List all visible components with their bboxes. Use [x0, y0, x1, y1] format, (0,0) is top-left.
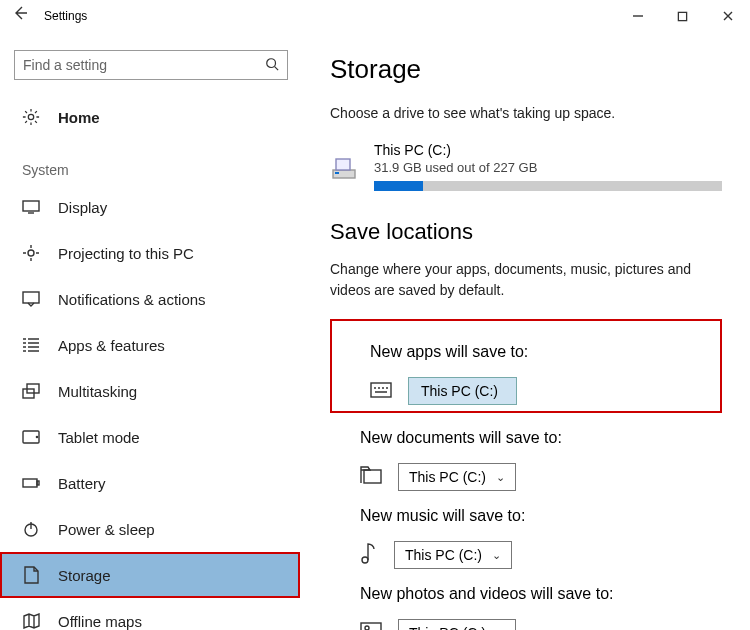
sidebar-item-multitasking[interactable]: Multitasking	[0, 368, 300, 414]
search-placeholder: Find a setting	[23, 57, 265, 73]
sidebar-item-tablet[interactable]: Tablet mode	[0, 414, 300, 460]
chevron-down-icon: ⌄	[492, 549, 501, 562]
window-title: Settings	[40, 9, 615, 23]
sidebar-item-label: Tablet mode	[58, 429, 140, 446]
sidebar-item-label: Multitasking	[58, 383, 137, 400]
minimize-button[interactable]	[615, 0, 660, 32]
save-prompt: Change where your apps, documents, music…	[330, 259, 722, 301]
music-save-dropdown[interactable]: This PC (C:) ⌄	[394, 541, 512, 569]
apps-icon	[370, 380, 392, 402]
sidebar-item-maps[interactable]: Offline maps	[0, 598, 300, 630]
maximize-button[interactable]	[660, 0, 705, 32]
page-title: Storage	[330, 54, 722, 85]
music-save-value: This PC (C:)	[405, 547, 482, 563]
sidebar-item-display[interactable]: Display	[0, 184, 300, 230]
drive-usage: 31.9 GB used out of 227 GB	[374, 160, 722, 175]
sidebar-item-label: Notifications & actions	[58, 291, 206, 308]
sidebar-item-label: Apps & features	[58, 337, 165, 354]
documents-icon	[360, 466, 382, 488]
svg-point-18	[362, 557, 368, 563]
home-nav[interactable]: Home	[0, 94, 300, 140]
drive-icon	[330, 153, 358, 181]
close-button[interactable]	[705, 0, 750, 32]
sidebar-item-label: Display	[58, 199, 107, 216]
window-buttons	[615, 0, 750, 32]
svg-rect-15	[335, 172, 339, 174]
multitasking-icon	[22, 382, 40, 400]
svg-rect-3	[23, 201, 39, 211]
save-heading: Save locations	[330, 219, 722, 245]
projecting-icon	[22, 244, 40, 262]
search-icon	[265, 57, 279, 74]
main-pane: Storage Choose a drive to see what's tak…	[300, 32, 750, 630]
photos-save-value: This PC (C:)	[409, 625, 486, 630]
svg-rect-19	[361, 623, 381, 630]
docs-save-value: This PC (C:)	[409, 469, 486, 485]
sidebar-item-notifications[interactable]: Notifications & actions	[0, 276, 300, 322]
sidebar-item-label: Storage	[58, 567, 111, 584]
battery-icon	[22, 474, 40, 492]
svg-point-2	[28, 114, 33, 119]
music-save-group: New music will save to: This PC (C:) ⌄	[330, 507, 722, 569]
home-label: Home	[58, 109, 100, 126]
music-save-label: New music will save to:	[360, 507, 722, 525]
chevron-down-icon: ⌄	[496, 627, 505, 631]
music-icon	[360, 542, 378, 568]
chevron-down-icon: ⌄	[496, 471, 505, 484]
svg-point-1	[267, 58, 276, 67]
sidebar-item-apps[interactable]: Apps & features	[0, 322, 300, 368]
drive-usage-bar	[374, 181, 722, 191]
apps-save-group: New apps will save to: This PC (C:)	[330, 319, 722, 413]
apps-save-value: This PC (C:)	[421, 383, 498, 399]
drive-usage-fill	[374, 181, 423, 191]
docs-save-group: New documents will save to: This PC (C:)…	[330, 429, 722, 491]
svg-rect-11	[37, 481, 39, 485]
svg-rect-10	[23, 479, 37, 487]
back-button[interactable]	[0, 0, 40, 32]
section-label: System	[0, 140, 300, 184]
display-icon	[22, 198, 40, 216]
photos-save-dropdown[interactable]: This PC (C:) ⌄	[398, 619, 516, 630]
sidebar: Find a setting Home System Display Proje…	[0, 32, 300, 630]
apps-icon	[22, 336, 40, 354]
sidebar-item-projecting[interactable]: Projecting to this PC	[0, 230, 300, 276]
svg-point-9	[36, 436, 37, 437]
svg-rect-5	[23, 292, 39, 303]
photos-icon	[360, 622, 382, 630]
storage-icon	[22, 566, 40, 584]
drive-prompt: Choose a drive to see what's taking up s…	[330, 103, 722, 124]
notifications-icon	[22, 290, 40, 308]
sidebar-item-label: Projecting to this PC	[58, 245, 194, 262]
drive-entry[interactable]: This PC (C:) 31.9 GB used out of 227 GB	[330, 142, 722, 191]
apps-save-label: New apps will save to:	[370, 343, 712, 361]
maps-icon	[22, 612, 40, 630]
drive-name: This PC (C:)	[374, 142, 722, 158]
search-input[interactable]: Find a setting	[14, 50, 288, 80]
sidebar-item-power[interactable]: Power & sleep	[0, 506, 300, 552]
docs-save-label: New documents will save to:	[360, 429, 722, 447]
svg-rect-14	[336, 159, 350, 170]
sidebar-item-label: Offline maps	[58, 613, 142, 630]
tablet-icon	[22, 428, 40, 446]
svg-rect-17	[364, 470, 381, 483]
sidebar-item-label: Power & sleep	[58, 521, 155, 538]
apps-save-dropdown[interactable]: This PC (C:)	[408, 377, 517, 405]
svg-rect-16	[371, 383, 391, 397]
sidebar-item-storage[interactable]: Storage	[0, 552, 300, 598]
svg-point-4	[28, 250, 34, 256]
photos-save-label: New photos and videos will save to:	[360, 585, 722, 603]
docs-save-dropdown[interactable]: This PC (C:) ⌄	[398, 463, 516, 491]
svg-rect-0	[678, 12, 686, 20]
titlebar: Settings	[0, 0, 750, 32]
svg-point-20	[365, 626, 369, 630]
photos-save-group: New photos and videos will save to: This…	[330, 585, 722, 630]
gear-icon	[22, 108, 40, 126]
power-icon	[22, 520, 40, 538]
sidebar-item-label: Battery	[58, 475, 106, 492]
sidebar-item-battery[interactable]: Battery	[0, 460, 300, 506]
